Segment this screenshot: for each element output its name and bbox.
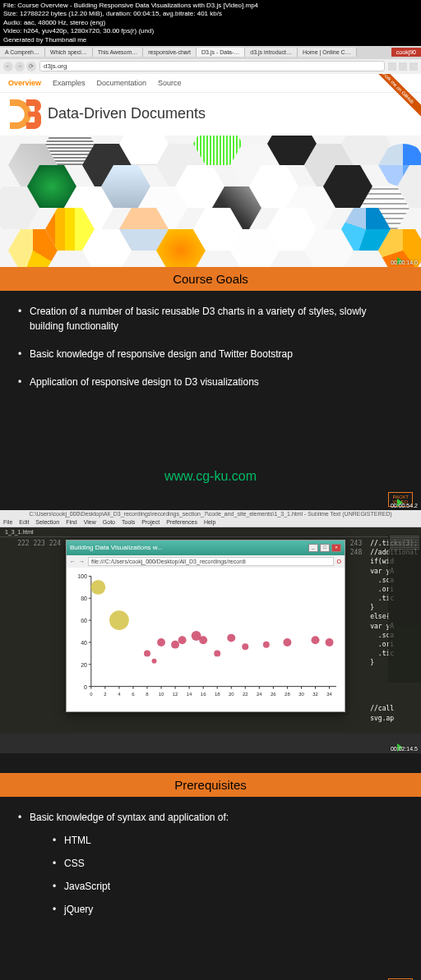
svg-point-59 <box>214 650 220 656</box>
maximize-button[interactable]: □ <box>320 544 330 552</box>
menu-edit[interactable]: Edit <box>19 519 29 525</box>
svg-point-61 <box>242 643 248 650</box>
extension-icon[interactable] <box>388 62 396 71</box>
prereq-item: HTML <box>53 833 403 848</box>
url-input[interactable]: d3js.org <box>39 61 385 71</box>
svg-text:32: 32 <box>312 692 318 697</box>
svg-text:2: 2 <box>104 692 107 697</box>
reload-button[interactable]: ⟳ <box>26 62 36 71</box>
nav-examples[interactable]: Examples <box>53 79 86 87</box>
back-button[interactable]: ← <box>3 62 13 71</box>
meta-audio: Audio: aac, 48000 Hz, stereo (eng) <box>3 19 418 27</box>
browser-tabs: A Compreh… Which speci… This Awesom… res… <box>0 46 421 59</box>
window-titlebar[interactable]: Building Data Visualizations w... _ □ × <box>67 541 345 555</box>
svg-point-62 <box>263 642 270 648</box>
title-frame: Prerequisites <box>0 773 421 797</box>
svg-text:0: 0 <box>84 684 87 690</box>
address-bar: ← → ⟳ d3js.org <box>0 59 421 74</box>
sublime-menu: File Edit Selection Find View Goto Tools… <box>0 518 421 527</box>
svg-text:8: 8 <box>146 692 149 697</box>
svg-text:10: 10 <box>159 692 164 697</box>
prereq-item: jQuery <box>53 902 403 917</box>
browser-tab[interactable]: d3.js introduct… <box>245 48 298 57</box>
window-buttons: _ □ × <box>308 544 341 552</box>
timestamp: 00:00:54.2 <box>391 503 418 508</box>
back-icon[interactable]: ← <box>70 559 76 564</box>
d3-logo-icon <box>10 99 41 129</box>
goals-list: Creation of a number of basic reusable D… <box>0 291 421 416</box>
opera-icon[interactable]: O <box>337 559 341 564</box>
goal-item: Basic knowledge of responsive design and… <box>18 347 403 361</box>
menu-help[interactable]: Help <box>204 519 215 525</box>
chart-window[interactable]: Building Data Visualizations w... _ □ × … <box>66 540 345 712</box>
svg-text:20: 20 <box>81 662 87 668</box>
svg-text:26: 26 <box>271 692 276 697</box>
svg-text:60: 60 <box>81 618 87 623</box>
svg-text:20: 20 <box>229 692 234 697</box>
browser-tab[interactable]: Home | Online C… <box>298 48 357 57</box>
sublime-tab[interactable]: 1_3_1.html <box>0 527 421 537</box>
svg-text:80: 80 <box>81 596 87 601</box>
svg-text:14: 14 <box>187 692 192 697</box>
svg-text:16: 16 <box>201 692 206 697</box>
hex-collage <box>0 136 421 267</box>
minimap[interactable] <box>388 535 421 683</box>
forward-button[interactable]: → <box>15 62 25 71</box>
frame-2: Course Goals Creation of a number of bas… <box>0 267 421 510</box>
svg-text:4: 4 <box>118 692 121 697</box>
menu-find[interactable]: Find <box>66 519 77 525</box>
browser-tab-active[interactable]: D3.js - Data-… <box>197 48 245 57</box>
nav-source[interactable]: Source <box>158 79 182 87</box>
nav-overview[interactable]: Overview <box>8 79 41 87</box>
toolbar-icons <box>388 62 418 71</box>
menu-preferences[interactable]: Preferences <box>166 519 197 525</box>
svg-text:0: 0 <box>90 692 93 697</box>
menu-project[interactable]: Project <box>141 519 160 525</box>
menu-icon[interactable] <box>409 62 418 71</box>
svg-text:22: 22 <box>243 692 248 697</box>
prereq-sub-list: HTML CSS JavaScript jQuery <box>30 833 403 917</box>
chart-address-bar: ← → file:///C:/Users/cookj_000/Desktop/A… <box>67 555 345 568</box>
user-badge[interactable]: cookj90 <box>391 48 421 57</box>
browser-tab[interactable]: This Awesom… <box>93 48 144 57</box>
svg-text:6: 6 <box>132 692 135 697</box>
thumbnail-metadata: File: Course Overview - Building Respons… <box>0 0 421 46</box>
d3-logo-row: Data-Driven Documents <box>0 93 421 136</box>
menu-file[interactable]: File <box>3 519 12 525</box>
svg-point-53 <box>152 659 157 664</box>
meta-video: Video: h264, yuv420p, 1280x720, 30.00 fp… <box>3 27 418 35</box>
svg-point-63 <box>283 638 291 646</box>
minimize-button[interactable]: _ <box>308 544 318 552</box>
svg-point-55 <box>171 641 179 649</box>
timestamp: 00:00:14.0 <box>391 260 418 265</box>
menu-view[interactable]: View <box>84 519 96 525</box>
svg-text:24: 24 <box>257 692 262 697</box>
browser-tab[interactable]: Which speci… <box>45 48 93 57</box>
frame-1: A Compreh… Which speci… This Awesom… res… <box>0 46 421 267</box>
svg-text:40: 40 <box>81 640 87 646</box>
menu-selection[interactable]: Selection <box>35 519 59 525</box>
extension-icon[interactable] <box>399 62 407 71</box>
chart-body: 0204060801000246810121416182022242628303… <box>67 568 345 707</box>
browser-tab[interactable]: responsive-chart <box>143 48 197 57</box>
window-title: Building Data Visualizations w... <box>70 544 163 551</box>
svg-point-60 <box>227 634 235 642</box>
watermark-text: www.cg-ku.com <box>164 469 257 484</box>
nav-documentation[interactable]: Documentation <box>97 79 147 87</box>
svg-point-65 <box>326 638 334 646</box>
svg-point-58 <box>199 636 207 644</box>
menu-goto[interactable]: Goto <box>103 519 115 525</box>
chart-url[interactable]: file:///C:/Users/cookj_000/Desktop/All_D… <box>88 557 334 566</box>
svg-text:28: 28 <box>285 692 290 697</box>
meta-size: Size: 12788222 bytes (12.20 MiB), durati… <box>3 10 418 18</box>
goal-item: Creation of a number of basic reusable D… <box>18 304 403 334</box>
menu-tools[interactable]: Tools <box>122 519 135 525</box>
svg-text:34: 34 <box>326 692 332 697</box>
forward-icon[interactable]: → <box>79 559 85 564</box>
prereq-item: JavaScript <box>53 879 403 894</box>
prereq-item: CSS <box>53 856 403 871</box>
close-button[interactable]: × <box>331 544 341 552</box>
d3-nav: Overview Examples Documentation Source <box>0 74 421 93</box>
goal-item: Application of responsive design to D3 v… <box>18 375 403 389</box>
browser-tab[interactable]: A Compreh… <box>0 48 45 57</box>
